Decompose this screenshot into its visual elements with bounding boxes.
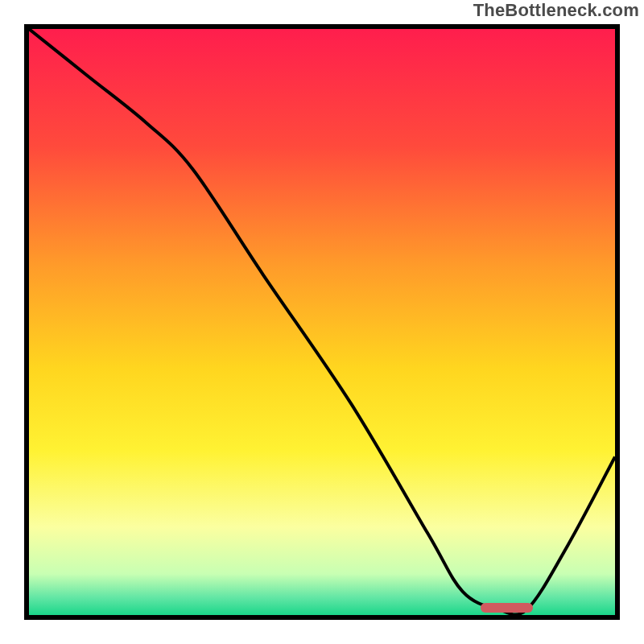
optimal-range-marker	[481, 603, 534, 613]
plot-area	[24, 24, 620, 620]
bottleneck-curve	[29, 29, 615, 615]
figure: TheBottleneck.com	[0, 0, 644, 644]
curve-layer	[29, 29, 615, 615]
watermark-text: TheBottleneck.com	[473, 0, 639, 21]
